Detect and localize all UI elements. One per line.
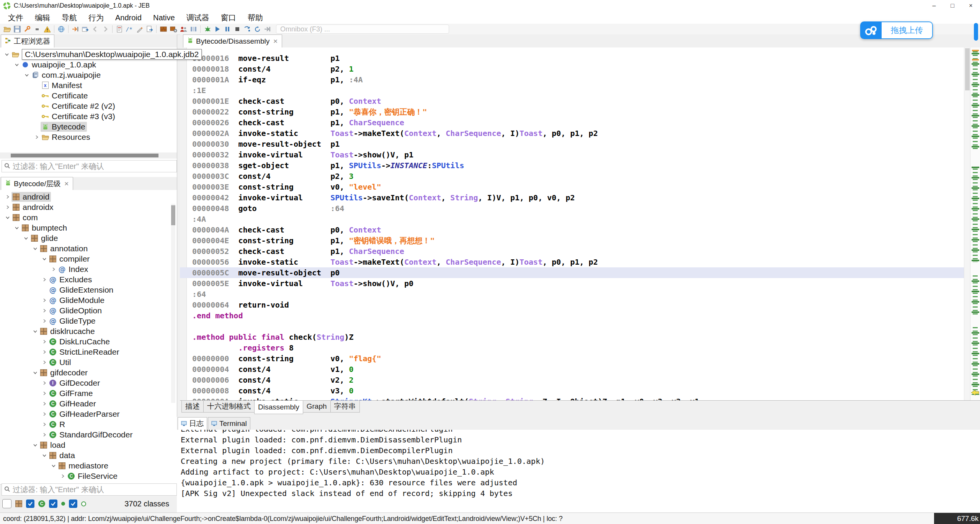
tab-project-browser[interactable]: 工程浏览器 <box>1 34 54 48</box>
tree-item-gifframe[interactable]: CGifFrame <box>0 388 177 398</box>
menu-item-1[interactable]: 编辑 <box>29 11 56 24</box>
scrollbar-thumb[interactable] <box>11 154 158 157</box>
code-line-14[interactable]: 00000048 goto :64 <box>192 203 964 214</box>
scroll-indicator[interactable] <box>974 23 978 41</box>
chevron-right-icon[interactable] <box>41 410 48 418</box>
warning-icon[interactable] <box>42 25 52 34</box>
code-line-32[interactable]: 0000000A invoke-static StringsKt->starts… <box>192 396 964 400</box>
chevron-right-icon[interactable] <box>4 203 11 211</box>
open-folder-icon[interactable] <box>2 25 12 34</box>
menu-item-3[interactable]: 行为 <box>83 11 109 24</box>
chevron-right-icon[interactable] <box>41 421 48 428</box>
code-line-16[interactable]: 0000004A check-cast p0, Context <box>192 224 964 235</box>
save-icon[interactable] <box>12 25 22 34</box>
tree-item-standardgifdecoder[interactable]: CStandardGifDecoder <box>0 429 177 440</box>
jump-window-icon[interactable] <box>80 25 90 34</box>
format-tab-字符串[interactable]: 字符串 <box>330 401 360 413</box>
tree-item-com[interactable]: com <box>0 212 177 223</box>
code-line-28[interactable]: 00000000 const-string v0, "flag{" <box>192 353 964 364</box>
tree-item-bytecode[interactable]: Bytecode <box>0 121 177 132</box>
chevron-right-icon[interactable] <box>41 296 48 304</box>
omnibox-input[interactable]: Omnibox (F3) ... <box>276 25 449 34</box>
overview-ruler[interactable] <box>970 47 980 400</box>
bricks-icon[interactable] <box>158 25 168 34</box>
tab-bytecode-hierarchy[interactable]: Bytecode/层级 ✕ <box>1 177 73 190</box>
chevron-down-icon[interactable] <box>4 214 11 221</box>
code-line-19[interactable]: 00000056 invoke-static Toast->makeText(C… <box>192 257 964 267</box>
code-line-15[interactable]: :4A <box>192 214 964 224</box>
comment-icon[interactable]: /* <box>124 25 134 34</box>
code-line-30[interactable]: 00000006 const/4 v2, 2 <box>192 375 964 385</box>
users-icon[interactable] <box>178 25 188 34</box>
detach-icon[interactable] <box>262 25 272 34</box>
menu-item-7[interactable]: 窗口 <box>215 11 242 24</box>
compact-icon[interactable] <box>32 25 42 34</box>
chevron-down-icon[interactable] <box>31 441 39 449</box>
code-line-24[interactable]: .end method <box>192 310 964 321</box>
tools-icon[interactable] <box>22 25 32 34</box>
chevron-right-icon[interactable] <box>41 307 48 314</box>
tree-item-fileservice[interactable]: CFileService <box>0 471 177 481</box>
tree-item-glideoption[interactable]: @GlideOption <box>0 305 177 316</box>
code-line-17[interactable]: 0000004E const-string p1, "密钥错误哦，再想想！" <box>192 235 964 246</box>
goto-icon[interactable] <box>70 25 80 34</box>
format-tab-十六进制格式[interactable]: 十六进制格式 <box>203 401 255 413</box>
format-tab-描述[interactable]: 描述 <box>181 401 204 413</box>
code-line-4[interactable]: 0000001E check-cast p0, Context <box>192 96 964 106</box>
chevron-down-icon[interactable] <box>50 462 57 470</box>
scrollbar-thumb[interactable] <box>171 205 175 225</box>
menu-item-6[interactable]: 调试器 <box>181 11 215 24</box>
code-line-12[interactable]: 0000003E const-string v0, "level" <box>192 182 964 192</box>
menu-item-5[interactable]: Native <box>147 11 181 24</box>
tree-item-com-zj-wuaipojie[interactable]: com.zj.wuaipojie <box>0 70 177 80</box>
classes-checkbox[interactable] <box>26 499 34 508</box>
vertical-scrollbar[interactable] <box>171 204 175 403</box>
code-line-18[interactable]: 00000052 check-cast p1, CharSequence <box>192 246 964 257</box>
project-filter-input[interactable]: 过滤器: 输入"Enter" 来确认 <box>2 160 177 172</box>
code-line-8[interactable]: 00000030 move-result-object p1 <box>192 139 964 149</box>
close-button[interactable]: × <box>962 0 980 11</box>
chevron-down-icon[interactable] <box>31 328 39 335</box>
code-line-2[interactable]: 0000001A if-eqz p1, :4A <box>192 74 964 85</box>
tree-item-gifheader[interactable]: CGifHeader <box>0 398 177 409</box>
hierarchy-filter-input[interactable]: 过滤器: 输入"Enter" 来确认 <box>2 483 177 496</box>
code-line-6[interactable]: 00000026 check-cast p1, CharSequence <box>192 117 964 128</box>
pause-icon[interactable] <box>222 25 232 34</box>
minimize-button[interactable]: – <box>925 0 943 11</box>
menu-item-4[interactable]: Android <box>109 11 147 24</box>
code-line-11[interactable]: 0000003C const/4 p2, 3 <box>192 171 964 182</box>
close-tab-icon[interactable]: ✕ <box>273 38 278 45</box>
code-line-29[interactable]: 00000004 const/4 v1, 0 <box>192 364 964 375</box>
tree-item-util[interactable]: CUtil <box>0 357 177 367</box>
chevron-right-icon[interactable] <box>41 379 48 387</box>
tree-item-androidx[interactable]: androidx <box>0 202 177 212</box>
scrollbar-thumb[interactable] <box>965 48 970 90</box>
chevron-right-icon[interactable] <box>50 265 57 273</box>
tree-item-gifdecoder[interactable]: IGifDecoder <box>0 378 177 388</box>
chevron-right-icon[interactable] <box>41 431 48 439</box>
tree-item-index[interactable]: @Index <box>0 264 177 274</box>
fields-checkbox[interactable] <box>69 499 77 508</box>
tree-item-r[interactable]: CR <box>0 419 177 429</box>
chevron-right-icon[interactable] <box>41 359 48 366</box>
code-line-23[interactable]: 00000064 return-void <box>192 300 964 310</box>
menu-item-8[interactable]: 帮助 <box>242 11 269 24</box>
chevron-down-icon[interactable] <box>22 234 30 242</box>
forward-icon[interactable] <box>100 25 110 34</box>
code-vertical-scrollbar[interactable] <box>964 47 970 400</box>
tree-item-disklrucache[interactable]: CDiskLruCache <box>0 336 177 347</box>
tree-item-gifheaderparser[interactable]: CGifHeaderParser <box>0 409 177 419</box>
code-line-3[interactable]: :1E <box>192 85 964 96</box>
chevron-right-icon[interactable] <box>41 276 48 283</box>
tree-item-bumptech[interactable]: bumptech <box>0 223 177 233</box>
code-line-22[interactable]: :64 <box>192 289 964 300</box>
chevron-down-icon[interactable] <box>23 71 31 79</box>
code-line-13[interactable]: 00000042 invoke-virtual SPUtils->saveInt… <box>192 192 964 203</box>
chevron-right-icon[interactable] <box>41 317 48 325</box>
format-tab-disassembly[interactable]: Disassembly <box>254 401 303 414</box>
globe-icon[interactable] <box>56 25 66 34</box>
methods-checkbox[interactable] <box>49 499 57 508</box>
tab-bytecode-disassembly[interactable]: Bytecode/Disassembly ✕ <box>183 34 282 48</box>
tree-item-manifest[interactable]: xManifest <box>0 80 177 90</box>
columns-icon[interactable] <box>188 25 198 34</box>
